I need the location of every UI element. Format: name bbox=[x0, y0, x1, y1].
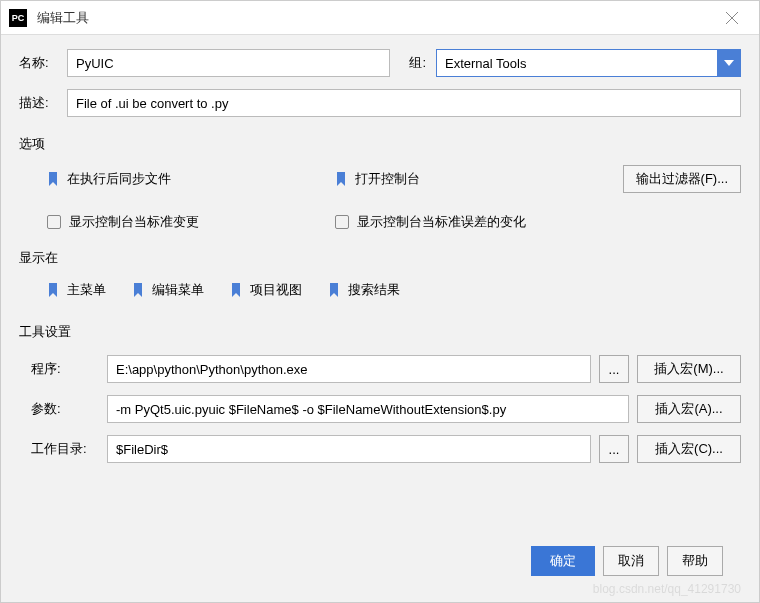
close-icon bbox=[726, 12, 738, 24]
output-filters-button[interactable]: 输出过滤器(F)... bbox=[623, 165, 741, 193]
help-button[interactable]: 帮助 bbox=[667, 546, 723, 576]
main-menu-label: 主菜单 bbox=[67, 281, 106, 299]
checkbox-icon bbox=[47, 215, 61, 229]
checkbox-icon bbox=[335, 215, 349, 229]
search-results-label: 搜索结果 bbox=[348, 281, 400, 299]
options-section-label: 选项 bbox=[19, 135, 741, 153]
show-std-label: 显示控制台当标准变更 bbox=[69, 213, 199, 231]
name-label: 名称: bbox=[19, 54, 57, 72]
options-row-2: 显示控制台当标准变更 显示控制台当标准误差的变化 bbox=[47, 213, 741, 231]
footer: 确定 取消 帮助 bbox=[19, 534, 741, 588]
bookmark-icon bbox=[335, 172, 347, 186]
group-select[interactable] bbox=[436, 49, 741, 77]
showin-search-results[interactable]: 搜索结果 bbox=[328, 281, 400, 299]
bookmark-icon bbox=[132, 283, 144, 297]
macro-c-button[interactable]: 插入宏(C)... bbox=[637, 435, 741, 463]
open-console-label: 打开控制台 bbox=[355, 170, 420, 188]
workdir-row: 工作目录: ... 插入宏(C)... bbox=[19, 435, 741, 463]
showin-project-view[interactable]: 项目视图 bbox=[230, 281, 302, 299]
options-row-1: 在执行后同步文件 打开控制台 输出过滤器(F)... bbox=[47, 165, 741, 193]
bookmark-icon bbox=[47, 283, 59, 297]
sync-option[interactable]: 在执行后同步文件 bbox=[47, 170, 335, 188]
show-std-option[interactable]: 显示控制台当标准变更 bbox=[47, 213, 335, 231]
bookmark-icon bbox=[47, 172, 59, 186]
titlebar: PC 编辑工具 bbox=[1, 1, 759, 35]
workdir-browse-button[interactable]: ... bbox=[599, 435, 629, 463]
app-icon: PC bbox=[9, 9, 27, 27]
showin-section-label: 显示在 bbox=[19, 249, 741, 267]
program-row: 程序: ... 插入宏(M)... bbox=[19, 355, 741, 383]
macro-m-button[interactable]: 插入宏(M)... bbox=[637, 355, 741, 383]
dialog-window: PC 编辑工具 名称: 组: 描述: 选项 bbox=[0, 0, 760, 603]
args-row: 参数: 插入宏(A)... bbox=[19, 395, 741, 423]
window-title: 编辑工具 bbox=[37, 9, 709, 27]
program-browse-button[interactable]: ... bbox=[599, 355, 629, 383]
args-input[interactable] bbox=[107, 395, 629, 423]
edit-menu-label: 编辑菜单 bbox=[152, 281, 204, 299]
desc-row: 描述: bbox=[19, 89, 741, 117]
show-stderr-option[interactable]: 显示控制台当标准误差的变化 bbox=[335, 213, 741, 231]
project-view-label: 项目视图 bbox=[250, 281, 302, 299]
showin-edit-menu[interactable]: 编辑菜单 bbox=[132, 281, 204, 299]
cancel-button[interactable]: 取消 bbox=[603, 546, 659, 576]
content: 名称: 组: 描述: 选项 在执行后同步文件 bbox=[1, 35, 759, 602]
open-console-option[interactable]: 打开控制台 bbox=[335, 170, 623, 188]
close-button[interactable] bbox=[709, 2, 755, 34]
macro-a-button[interactable]: 插入宏(A)... bbox=[637, 395, 741, 423]
sync-label: 在执行后同步文件 bbox=[67, 170, 171, 188]
group-label: 组: bbox=[400, 54, 426, 72]
toolset-section-label: 工具设置 bbox=[19, 323, 741, 341]
desc-label: 描述: bbox=[19, 94, 57, 112]
options-block: 在执行后同步文件 打开控制台 输出过滤器(F)... 显示控制台当标准变更 显示… bbox=[47, 165, 741, 231]
args-label: 参数: bbox=[19, 400, 99, 418]
workdir-label: 工作目录: bbox=[19, 440, 99, 458]
bookmark-icon bbox=[230, 283, 242, 297]
group-select-wrap bbox=[436, 49, 741, 77]
desc-input[interactable] bbox=[67, 89, 741, 117]
workdir-input[interactable] bbox=[107, 435, 591, 463]
program-input[interactable] bbox=[107, 355, 591, 383]
show-stderr-label: 显示控制台当标准误差的变化 bbox=[357, 213, 526, 231]
name-row: 名称: 组: bbox=[19, 49, 741, 77]
ok-button[interactable]: 确定 bbox=[531, 546, 595, 576]
toolset-block: 程序: ... 插入宏(M)... 参数: 插入宏(A)... 工作目录: ..… bbox=[19, 355, 741, 463]
bookmark-icon bbox=[328, 283, 340, 297]
showin-block: 主菜单 编辑菜单 项目视图 搜索结果 bbox=[47, 281, 741, 299]
name-input[interactable] bbox=[67, 49, 390, 77]
showin-main-menu[interactable]: 主菜单 bbox=[47, 281, 106, 299]
program-label: 程序: bbox=[19, 360, 99, 378]
